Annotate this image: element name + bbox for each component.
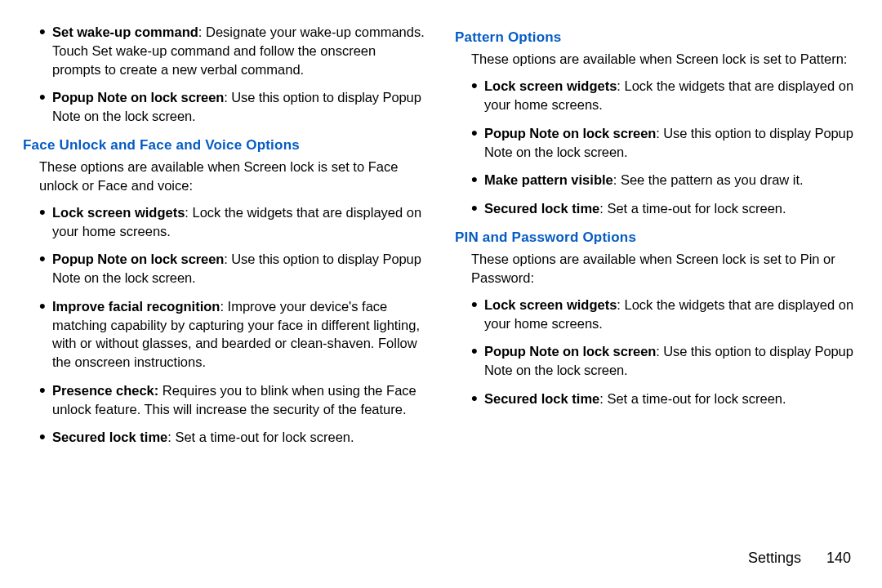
list-item: Secured lock time: Set a time-out for lo… — [39, 428, 427, 447]
bullet-bold: Popup Note on lock screen — [52, 252, 224, 266]
bullet-text: : Set a time-out for lock screen. — [167, 430, 354, 444]
section-intro: These options are available when Screen … — [471, 50, 859, 69]
page-footer: Settings 140 — [748, 550, 851, 567]
bullet-bold: Secured lock time — [52, 430, 167, 444]
footer-label: Settings — [748, 550, 801, 566]
page-content: Set wake-up command: Designate your wake… — [0, 0, 882, 457]
top-bullet-list: Set wake-up command: Designate your wake… — [39, 23, 427, 126]
list-item: Make pattern visible: See the pattern as… — [471, 171, 859, 189]
list-item: Presence check: Requires you to blink wh… — [39, 381, 427, 419]
bullet-bold: Lock screen widgets — [484, 297, 617, 312]
section-intro: These options are available when Screen … — [39, 158, 427, 195]
list-item: Popup Note on lock screen: Use this opti… — [471, 342, 859, 380]
list-item: Secured lock time: Set a time-out for lo… — [471, 390, 859, 408]
list-item: Improve facial recognition: Improve your… — [39, 297, 427, 372]
list-item: Lock screen widgets: Lock the widgets th… — [471, 77, 859, 114]
list-item: Secured lock time: Set a time-out for lo… — [471, 199, 859, 218]
left-column: Set wake-up command: Designate your wake… — [23, 23, 427, 457]
bullet-bold: Make pattern visible — [484, 172, 613, 187]
section-heading-pin-password: PIN and Password Options — [455, 228, 859, 247]
bullet-bold: Presence check: — [52, 383, 158, 398]
face-unlock-bullet-list: Lock screen widgets: Lock the widgets th… — [39, 203, 427, 447]
list-item: Popup Note on lock screen: Use this opti… — [471, 124, 859, 162]
pattern-bullet-list: Lock screen widgets: Lock the widgets th… — [471, 77, 859, 218]
bullet-bold: Secured lock time — [484, 201, 599, 216]
bullet-bold: Lock screen widgets — [484, 78, 617, 93]
bullet-bold: Popup Note on lock screen — [52, 90, 224, 105]
bullet-text: : Set a time-out for lock screen. — [599, 201, 786, 216]
list-item: Popup Note on lock screen: Use this opti… — [39, 250, 427, 287]
bullet-bold: Popup Note on lock screen — [484, 126, 656, 140]
list-item: Lock screen widgets: Lock the widgets th… — [39, 203, 427, 241]
list-item: Set wake-up command: Designate your wake… — [39, 23, 427, 78]
bullet-bold: Set wake-up command — [52, 24, 198, 39]
bullet-text: : Set a time-out for lock screen. — [599, 391, 786, 406]
bullet-bold: Popup Note on lock screen — [484, 344, 656, 359]
section-intro: These options are available when Screen … — [471, 250, 859, 287]
right-column: Pattern Options These options are availa… — [455, 23, 859, 457]
page-number: 140 — [826, 550, 851, 566]
pin-password-bullet-list: Lock screen widgets: Lock the widgets th… — [471, 296, 859, 408]
bullet-bold: Lock screen widgets — [52, 205, 185, 220]
list-item: Popup Note on lock screen: Use this opti… — [39, 88, 427, 126]
bullet-text: : See the pattern as you draw it. — [613, 172, 804, 187]
bullet-bold: Secured lock time — [484, 391, 599, 406]
list-item: Lock screen widgets: Lock the widgets th… — [471, 296, 859, 333]
section-heading-pattern: Pattern Options — [455, 28, 859, 47]
section-heading-face-unlock: Face Unlock and Face and Voice Options — [23, 136, 427, 154]
bullet-bold: Improve facial recognition — [52, 299, 220, 314]
